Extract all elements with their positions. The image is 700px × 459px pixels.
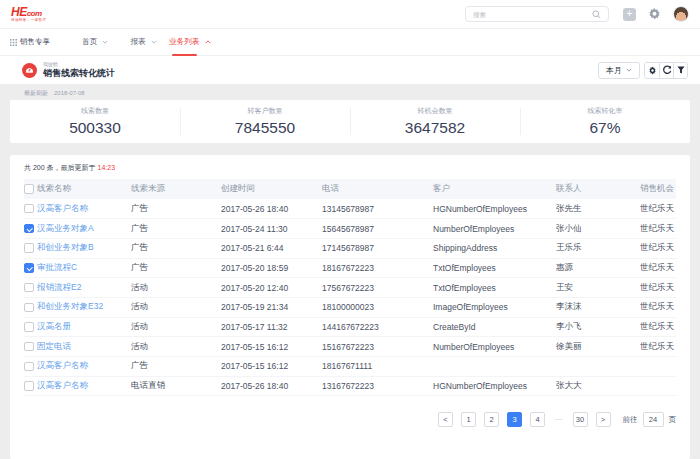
lead-opportunity: 世纪乐天 [640,219,676,239]
pagination-next[interactable]: > [596,412,611,427]
nav-item-label: 首页 [82,37,97,47]
stat-label: 线索数量 [81,106,109,116]
lead-source: 广告 [131,238,221,258]
lead-customer: CreateById [433,317,556,337]
col-header-created[interactable]: 创建时间 [221,179,322,199]
stats-card: 线索数量500330转客户数量7845550转机会数量3647582线索转化率6… [10,100,690,143]
lead-contact: 张大大 [556,376,640,396]
col-header-customer[interactable]: 客户 [433,179,556,199]
refresh-button[interactable] [659,63,673,78]
workspace-label: 销售专享 [20,37,50,47]
lead-name-link[interactable]: 固定电话 [37,337,131,357]
lead-phone: 15167672223 [322,337,433,357]
row-checkbox[interactable] [24,342,34,352]
lead-customer [433,357,556,377]
col-header-name[interactable]: 线索名称 [37,179,131,199]
last-refresh-line: 最新刷新 2018-07-08 [0,84,700,100]
lead-phone: 17145678987 [322,238,433,258]
table-row: 和创业务对象E32活动2017-05-19 21:3418100000023Im… [24,297,676,317]
toolbar-icon-group [644,62,688,79]
nav-item-2[interactable]: 报表 [130,29,156,55]
user-avatar[interactable] [673,6,689,22]
goto-page-input[interactable]: 24 [643,412,664,427]
lead-opportunity: 世纪乐天 [640,238,676,258]
lead-phone: 13167672223 [322,376,433,396]
lead-source: 活动 [131,278,221,298]
row-checkbox[interactable] [24,283,34,293]
dashboard-category: 驾驶舱 [43,62,115,67]
row-checkbox[interactable] [24,243,34,253]
chevron-down-icon [102,40,108,44]
add-button[interactable]: + [623,8,636,21]
lead-contact [556,357,640,377]
page-title: 销售线索转化统计 [43,69,115,78]
gear-icon [648,66,657,75]
refresh-date: 2018-07-08 [54,90,85,96]
col-header-phone[interactable]: 电话 [322,179,433,199]
search-input[interactable] [473,11,592,18]
col-header-contact[interactable]: 联系人 [556,179,640,199]
settings-gear-icon[interactable] [648,8,661,21]
lead-phone: 144167672223 [322,317,433,337]
refresh-label: 最新刷新 [24,89,48,98]
lead-name-link[interactable]: 报销流程E2 [37,278,131,298]
nav-item-1[interactable]: 首页 [82,29,108,55]
stat-value: 3647582 [405,119,465,137]
lead-name-link[interactable]: 和创业务对象E32 [37,297,131,317]
lead-customer: TxtOfEmployees [433,278,556,298]
logo-text: HEcom [11,6,46,18]
nav-item-3[interactable]: 业务列表 [169,29,211,55]
period-select[interactable]: 本月 [598,62,640,79]
row-checkbox[interactable] [24,303,34,313]
select-all-checkbox[interactable] [24,184,34,194]
lead-name-link[interactable]: 汉高客户名称 [37,199,131,219]
chevron-up-icon [205,40,211,44]
lead-created: 2017-05-15 16:12 [221,337,322,357]
stat-value: 7845550 [235,119,295,137]
row-checkbox[interactable] [24,322,34,332]
lead-name-link[interactable]: 汉高名册 [37,317,131,337]
lead-source: 活动 [131,317,221,337]
filter-button[interactable] [673,63,687,78]
chevron-down-icon [151,40,157,44]
lead-source: 广告 [131,258,221,278]
row-checkbox[interactable] [24,204,34,214]
lead-name-link[interactable]: 和创业务对象B [37,238,131,258]
pagination-page-2[interactable]: 2 [484,412,499,427]
lead-name-link[interactable]: 审批流程C [37,258,131,278]
table-row: 报销流程E2活动2017-05-20 12:4017567672223TxtOf… [24,278,676,298]
row-checkbox[interactable] [24,263,34,273]
col-header-source[interactable]: 线索来源 [131,179,221,199]
lead-opportunity [640,357,676,377]
pagination-page-4[interactable]: 4 [530,412,545,427]
lead-name-link[interactable]: 汉高客户名称 [37,376,131,396]
lead-name-link[interactable]: 汉高客户名称 [37,357,131,377]
stat-value: 67% [589,119,620,137]
table-row: 汉高业务对象A广告2017-05-24 11:3015645678987Numb… [24,219,676,239]
table-summary: 共 200 条，最后更新于 14:23 [24,155,676,179]
stat-2: 转客户数量7845550 [180,100,350,143]
lead-created: 2017-05-20 18:59 [221,258,322,278]
lead-customer: HGNumberOfEmployees [433,376,556,396]
pagination-page-3[interactable]: 3 [507,412,522,427]
lead-opportunity: 世纪乐天 [640,317,676,337]
pagination-page-1[interactable]: 1 [461,412,476,427]
search-box[interactable] [465,6,609,22]
row-checkbox[interactable] [24,224,34,234]
lead-contact: 张小仙 [556,219,640,239]
pagination: <1234···30>前往24页 [24,396,676,427]
nav-items: 首页报表业务列表 [82,29,233,55]
nav-item-label: 业务列表 [169,37,200,47]
lead-contact: 王乐乐 [556,238,640,258]
pagination-goto: 前往24页 [623,412,677,427]
workspace-switcher[interactable]: 销售专享 [10,37,50,47]
lead-name-link[interactable]: 汉高业务对象A [37,219,131,239]
logo[interactable]: HEcom 移动销售，一体管理 [11,6,46,23]
row-checkbox[interactable] [24,381,34,391]
pagination-prev[interactable]: < [438,412,453,427]
col-header-opportunity[interactable]: 销售机会 [640,179,676,199]
pagination-page-30[interactable]: 30 [573,412,588,427]
stat-label: 线索转化率 [588,106,623,116]
row-checkbox[interactable] [24,362,34,372]
settings-button[interactable] [645,63,659,78]
